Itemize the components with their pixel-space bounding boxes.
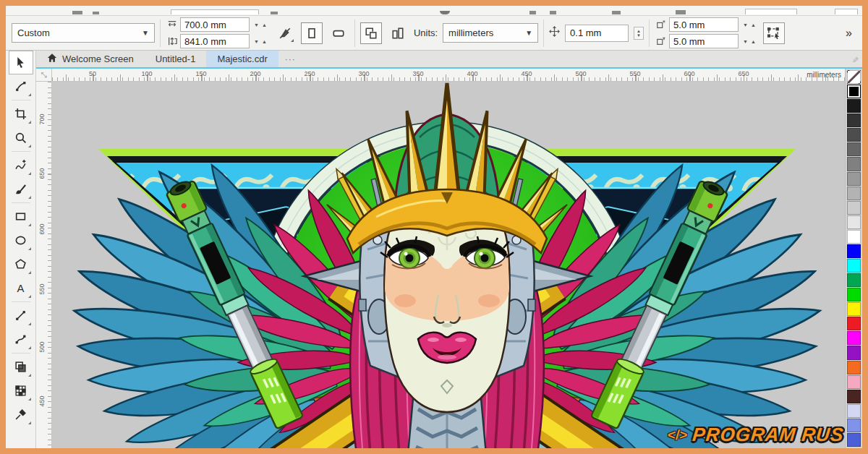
pick-tool[interactable] [9, 51, 33, 74]
color-eyedropper-tool[interactable] [9, 403, 33, 427]
vertical-ruler[interactable]: ⤡ 700650600550500450 [36, 69, 52, 448]
swatch-red[interactable] [847, 317, 861, 330]
swatch-cyan[interactable] [847, 259, 861, 273]
swatch-black[interactable] [847, 85, 861, 98]
swatch-90-black[interactable] [847, 99, 861, 113]
vruler-label: 700 [38, 113, 45, 124]
chevron-down-icon: ▼ [142, 29, 149, 37]
swatch-50-black[interactable] [847, 157, 861, 171]
vruler-label: 600 [38, 223, 45, 234]
page-width-icon [166, 20, 178, 30]
portrait-orientation-button[interactable] [301, 22, 323, 44]
swatch-no-color[interactable] [847, 70, 861, 84]
page-height-spinner[interactable]: ▼▲ [252, 39, 269, 44]
ruler-origin-icon[interactable]: ⤡ [36, 69, 51, 82]
vruler-label: 550 [38, 283, 45, 294]
page-height-icon [166, 36, 178, 46]
bezier-tool[interactable] [9, 327, 33, 351]
swatch-20-black[interactable] [847, 201, 861, 215]
interactive-fill-tool[interactable] [9, 355, 33, 379]
chevron-down-icon: ▼ [525, 29, 532, 37]
home-icon [47, 53, 57, 65]
drawing-units-button[interactable] [274, 22, 296, 44]
page-width-spinner[interactable]: ▼▲ [252, 22, 269, 27]
document-tabs: Welcome ScreenUntitled-1Majestic.cdr···✎ [36, 51, 862, 69]
spinner-down-icon: ▼ [637, 33, 641, 38]
duplicate-x-input[interactable] [669, 17, 739, 32]
resize-current-page-button[interactable] [387, 22, 409, 44]
ellipse-tool[interactable] [9, 228, 33, 252]
swatch-10-black[interactable] [847, 215, 861, 229]
freehand-tool[interactable] [9, 153, 33, 177]
text-tool[interactable]: A [9, 276, 33, 300]
duplicate-x-icon [655, 20, 667, 30]
tab-welcome-screen[interactable]: Welcome Screen [36, 51, 145, 67]
crop-tool[interactable] [9, 102, 33, 126]
artwork-majestic [52, 82, 845, 448]
hruler-label: 300 [358, 70, 369, 77]
swatch-white[interactable] [847, 230, 861, 244]
swatch-yellow[interactable] [847, 302, 861, 316]
two-point-line-tool[interactable] [9, 304, 33, 327]
landscape-orientation-button[interactable] [328, 22, 349, 44]
zoom-tool[interactable] [9, 126, 33, 150]
tab-label: Majestic.cdr [217, 53, 267, 64]
resize-all-pages-button[interactable] [360, 22, 382, 44]
rectangle-tool[interactable] [9, 205, 33, 228]
separator [649, 20, 650, 47]
tab-more-button[interactable]: ··· [278, 51, 302, 67]
page-preset-select[interactable]: Custom ▼ [12, 23, 155, 43]
tab-majestic[interactable]: Majestic.cdr [206, 51, 278, 67]
toolbar-fragment [171, 9, 259, 14]
swatch-magenta[interactable] [847, 331, 861, 345]
page-width-input[interactable] [180, 17, 250, 32]
toolbar-fragment [745, 9, 797, 14]
swatch-dark-brown[interactable] [847, 390, 861, 403]
spinner-down-icon: ▼ [743, 22, 748, 27]
swatch-royal-blue[interactable] [847, 433, 861, 447]
swatch-orange[interactable] [847, 361, 861, 374]
page-preset-value: Custom [17, 27, 50, 38]
swatch-30-black[interactable] [847, 187, 861, 200]
code-brackets-icon: </> [666, 427, 688, 443]
shape-tool[interactable] [9, 74, 33, 98]
tab-untitled-1[interactable]: Untitled-1 [145, 51, 207, 67]
hruler-label: 200 [250, 70, 260, 77]
artistic-media-tool[interactable] [9, 177, 33, 201]
swatch-purple[interactable] [847, 346, 861, 359]
vruler-label: 500 [38, 341, 45, 352]
nudge-spinner[interactable]: ▲▼ [634, 27, 644, 40]
pencil-icon: ✎ [852, 56, 859, 65]
nudge-distance-input[interactable] [565, 25, 629, 42]
polygon-tool[interactable] [9, 252, 33, 276]
swatch-80-black[interactable] [847, 113, 861, 127]
duplicate-y-spinner[interactable]: ▼▲ [741, 39, 758, 44]
hruler-label: 100 [141, 70, 152, 77]
mesh-fill-tool[interactable] [9, 379, 33, 403]
swatch-cornflower[interactable] [847, 419, 861, 432]
swatch-bright-green[interactable] [847, 288, 861, 301]
swatch-green[interactable] [847, 273, 861, 287]
swatch-blue[interactable] [847, 244, 861, 258]
page-height-input[interactable] [180, 34, 250, 48]
spinner-up-icon: ▲ [262, 22, 267, 27]
toolbox-separator [12, 202, 30, 203]
property-bar-overflow-button[interactable]: » [841, 27, 856, 40]
treat-as-filled-button[interactable] [763, 22, 785, 44]
swatch-pale-lavender[interactable] [847, 404, 861, 418]
duplicate-y-input[interactable] [669, 34, 739, 48]
separator [543, 20, 544, 47]
nudge-icon [549, 26, 560, 40]
swatch-pink[interactable] [847, 375, 861, 389]
horizontal-ruler[interactable]: millimeters 5010015020025030035040045050… [52, 69, 845, 82]
swatch-40-black[interactable] [847, 172, 861, 186]
swatch-60-black[interactable] [847, 142, 861, 156]
toolbox-separator [12, 151, 30, 152]
units-select[interactable]: millimeters ▼ [443, 23, 538, 43]
toolbar-fragment [93, 12, 99, 14]
units-value: millimeters [448, 27, 493, 38]
drawing-canvas[interactable]: </> PROGRAM RUS [52, 82, 845, 448]
swatch-70-black[interactable] [847, 128, 861, 142]
duplicate-x-spinner[interactable]: ▼▲ [741, 22, 758, 27]
page-dimensions: ▼▲ ▼▲ [166, 17, 269, 49]
